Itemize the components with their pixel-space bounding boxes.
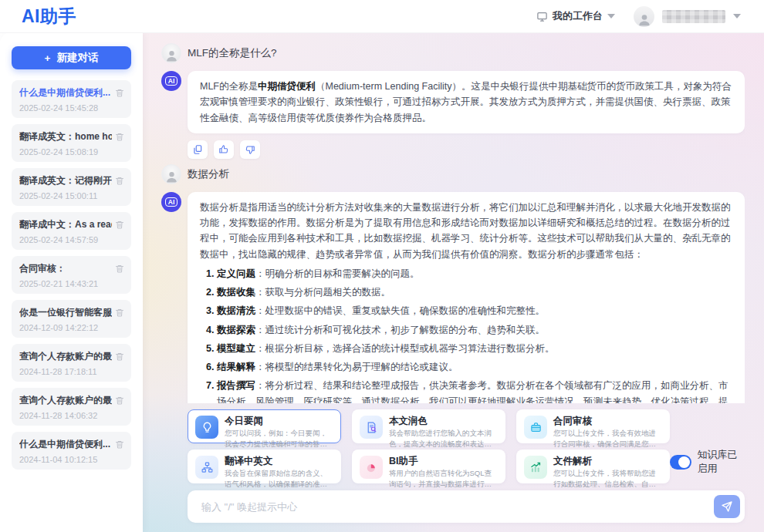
analysis-step: 模型建立：根据分析目标，选择合适的统计模型或机器学习算法进行数据分析。: [217, 341, 732, 356]
message-input[interactable]: [200, 500, 714, 513]
thumbs-down-button[interactable]: [240, 140, 260, 159]
user-message-row: 数据分析: [161, 164, 745, 184]
step-text: 获取与分析问题相关的数据。: [265, 287, 391, 298]
sidebar: + 新建对话 什么是中期借贷便利... 2025-02-24 15:45:28 …: [0, 32, 143, 532]
trash-icon[interactable]: [115, 264, 124, 274]
user-message-avatar: [161, 43, 181, 63]
polish-icon: [360, 416, 383, 439]
analysis-step: 结果解释：将模型的结果转化为易于理解的结论或建议。: [217, 359, 732, 375]
trash-icon[interactable]: [115, 88, 124, 98]
conversation-time: 2025-02-24 15:00:11: [19, 191, 124, 200]
toggle-on-icon[interactable]: [670, 455, 691, 470]
conversation-title: 查询个人存款账户的最新...: [19, 394, 112, 407]
feature-card-title: 翻译中英文: [225, 455, 333, 467]
feature-card-desc: 我会旨在保留原始信息的含义、语气和风格，以确保翻译的准确性和自然流畅。: [225, 468, 333, 490]
knowledge-base-toggle[interactable]: 知识库已启用: [670, 448, 745, 476]
conversation-item[interactable]: 你是一位银行智能客服，... 2024-12-09 14:22:12: [12, 300, 131, 338]
step-separator: ：: [255, 380, 265, 391]
copy-button[interactable]: [188, 140, 208, 159]
analysis-step: 定义问题：明确分析的目标和需要解决的问题。: [217, 266, 732, 281]
step-label: 结果解释: [217, 362, 255, 372]
conversation-time: 2025-02-24 15:08:19: [19, 147, 124, 157]
feature-card[interactable]: BI助手 将用户的自然语言转化为SQL查询语句，并直接与数据库进行交互，返回智能…: [352, 450, 505, 483]
conversation-item[interactable]: 什么是中期借贷便利... 2024-11-04 10:12:15: [12, 432, 131, 470]
translate-icon: [195, 456, 218, 479]
new-chat-button[interactable]: + 新建对话: [12, 46, 131, 69]
conversation-item[interactable]: 翻译成中文：As a reader... 2025-02-24 14:57:59: [12, 212, 131, 250]
conversation-item[interactable]: 翻译成英文：记得刚开始... 2025-02-24 15:00:11: [12, 168, 131, 206]
user-message-row: MLF的全称是什么?: [161, 43, 745, 63]
message-actions: [188, 140, 745, 159]
feature-card[interactable]: 文件解析 您可以上传文件，我将帮助您进行如数据处理、信息检索、自动化办公等。: [516, 450, 670, 483]
step-label: 数据收集: [217, 287, 255, 298]
person-icon: [164, 169, 179, 184]
trash-icon[interactable]: [115, 220, 124, 230]
trash-icon[interactable]: [115, 352, 124, 362]
conversation-title: 翻译成中文：As a reader...: [19, 218, 112, 231]
ai-avatar: AI: [161, 192, 181, 212]
trash-icon[interactable]: [115, 132, 124, 142]
thumbs-up-button[interactable]: [214, 140, 234, 159]
conversation-list: 什么是中期借贷便利... 2025-02-24 15:45:28 翻译成英文：h…: [12, 80, 131, 470]
conversation-item[interactable]: 合同审核： 2025-02-21 14:43:21: [12, 256, 131, 294]
knowledge-base-label: 知识库已启用: [698, 448, 745, 476]
step-separator: ：: [255, 268, 265, 279]
step-separator: ：: [255, 343, 265, 354]
conversation-time: 2025-02-24 15:45:28: [19, 103, 124, 113]
conversation-item[interactable]: 查询个人存款账户的最新... 2024-11-28 14:06:32: [12, 388, 131, 426]
step-text: 通过统计分析和可视化技术，初步了解数据的分布、趋势和关联。: [265, 325, 546, 335]
top-header: AI助手 我的工作台: [0, 0, 764, 33]
feature-card[interactable]: 今日要闻 您可以问我，例如：今日要闻，我会尽力提供准确和可靠的答案。: [188, 409, 341, 443]
conversation-title: 翻译成英文：home home: [19, 130, 112, 143]
conversation-title: 什么是中期借贷便利...: [19, 86, 112, 99]
person-icon: [637, 12, 652, 27]
feature-card[interactable]: 合同审核 您可以上传文件，我会有效地进行合同审核，确保合同满足您的业务需求。: [516, 409, 670, 443]
chat-history: MLF的全称是什么? AI MLF的全称是中期借贷便利（Medium-term …: [161, 40, 745, 403]
step-separator: ：: [255, 287, 265, 298]
step-label: 数据探索: [217, 325, 255, 335]
feature-card[interactable]: 翻译中英文 我会旨在保留原始信息的含义、语气和风格，以确保翻译的准确性和自然流畅…: [188, 450, 341, 483]
ai-message-text: MLF的全称是: [200, 81, 258, 92]
message-input-bar: [188, 490, 745, 523]
trash-icon[interactable]: [115, 308, 124, 318]
feature-card-desc: 您可以问我，例如：今日要闻，我会尽力提供准确和可靠的答案。: [225, 428, 333, 450]
new-chat-label: 新建对话: [56, 51, 98, 65]
trash-icon[interactable]: [115, 176, 124, 186]
conversation-item[interactable]: 翻译成英文：home home 2025-02-24 15:08:19: [12, 124, 131, 162]
conversation-item[interactable]: 查询个人存款账户的最新... 2024-11-28 17:18:11: [12, 344, 131, 382]
send-button[interactable]: [714, 495, 740, 518]
step-text: 根据分析目标，选择合适的统计模型或机器学习算法进行数据分析。: [265, 343, 555, 354]
app-window: AI助手 我的工作台 + 新建对话 什么是中期借贷便利... 2025-02-2…: [0, 0, 764, 532]
feature-card-title: BI助手: [389, 455, 498, 467]
user-message-avatar: [161, 164, 181, 184]
thumbs-down-icon: [245, 144, 255, 155]
feature-card-desc: 我会帮助您进行您输入的文本润色，提高文本的流畅度和表达效果。: [389, 428, 498, 450]
trash-icon[interactable]: [115, 396, 124, 406]
feature-card[interactable]: 本文润色 我会帮助您进行您输入的文本润色，提高文本的流畅度和表达效果。: [352, 409, 505, 443]
bulb-icon: [195, 416, 218, 439]
ai-avatar-label: AI: [165, 197, 177, 207]
feature-card-title: 今日要闻: [225, 415, 333, 427]
username-redacted: [662, 10, 725, 23]
step-label: 定义问题: [217, 268, 255, 279]
conversation-time: 2024-12-09 14:22:12: [19, 323, 124, 332]
user-message-text: 数据分析: [188, 167, 229, 181]
step-label: 数据清洗: [217, 305, 255, 316]
main-area: MLF的全称是什么? AI MLF的全称是中期借贷便利（Medium-term …: [143, 32, 764, 532]
step-text: 明确分析的目标和需要解决的问题。: [265, 268, 420, 279]
analysis-step: 数据收集：获取与分析问题相关的数据。: [217, 285, 732, 300]
feature-cards: 今日要闻 您可以问我，例如：今日要闻，我会尽力提供准确和可靠的答案。 本文润色 …: [188, 409, 670, 483]
ai-message-row: AI MLF的全称是中期借贷便利（Medium-term Lending Fac…: [161, 71, 745, 133]
user-avatar[interactable]: [634, 6, 654, 27]
ai-message-row: AI 数据分析是指用适当的统计分析方法对收集来的大量数据进行分析，将它们加以汇总…: [161, 192, 745, 403]
conversation-time: 2024-11-04 10:12:15: [19, 455, 124, 464]
step-text: 处理数据中的错误、重复或缺失值，确保数据的准确性和完整性。: [265, 305, 546, 316]
feature-card-title: 文件解析: [553, 455, 662, 467]
workspace-label: 我的工作台: [553, 9, 603, 23]
chevron-down-icon[interactable]: [733, 14, 741, 19]
conversation-item[interactable]: 什么是中期借贷便利... 2025-02-24 15:45:28: [12, 80, 131, 118]
workspace-menu[interactable]: 我的工作台: [536, 9, 615, 23]
feature-card-desc: 将用户的自然语言转化为SQL查询语句，并直接与数据库进行交互，返回智能推荐的图表…: [389, 468, 498, 490]
step-text: 将分析过程、结果和结论整理成报告，供决策者参考。数据分析在各个领域都有广泛的应用…: [217, 380, 729, 403]
trash-icon[interactable]: [115, 439, 124, 450]
